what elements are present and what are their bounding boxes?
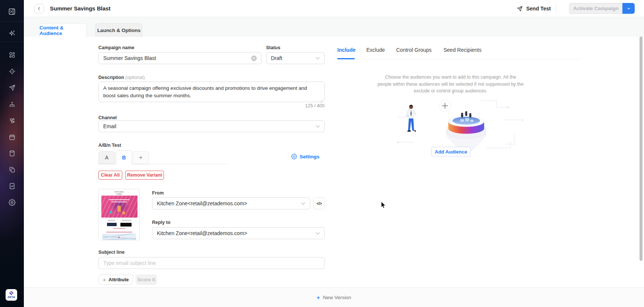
- add-variant-tab[interactable]: +: [133, 151, 149, 164]
- sidebar-item-campaigns[interactable]: [0, 80, 24, 95]
- channel-select[interactable]: Email: [98, 120, 325, 132]
- settings-label: Settings: [300, 154, 319, 159]
- back-button[interactable]: [34, 4, 44, 13]
- variant-tab-b[interactable]: B: [116, 150, 132, 164]
- person-figure: [406, 105, 416, 132]
- audiences-icon: [9, 117, 16, 124]
- zeta-diamond-icon: [9, 291, 13, 295]
- ai-sparkles-icon: [8, 30, 16, 37]
- reply-to-select[interactable]: Kitchen Zone<retail@zetademos.com>: [152, 227, 325, 239]
- send-test-label: Send Test: [526, 6, 551, 12]
- audience-empty-state-text: Choose the audiences you want to add to …: [378, 74, 524, 95]
- collapse-panel-icon: [8, 8, 16, 15]
- send-icon: [9, 84, 16, 91]
- thumb-hero-text: [111, 202, 127, 202]
- sidebar-item-data[interactable]: [0, 146, 24, 160]
- vertical-scrollbar[interactable]: [640, 37, 643, 261]
- calendar-icon: [9, 134, 16, 141]
- copy-icon: [9, 166, 16, 173]
- subject-line-label: Subject line: [98, 250, 124, 255]
- audience-tabbar-border: [337, 59, 581, 60]
- from-label: From: [152, 190, 164, 196]
- paper-plane-icon: [517, 6, 523, 12]
- status-label: Status: [266, 45, 280, 50]
- campaign-name-field[interactable]: ✕: [98, 52, 262, 64]
- description-label-text: Description: [98, 75, 124, 80]
- dashboard-icon: [9, 51, 16, 58]
- sidebar-item-reports[interactable]: [0, 179, 24, 193]
- campaign-name-input[interactable]: [103, 55, 251, 61]
- abn-settings-link[interactable]: Settings: [291, 154, 319, 159]
- page-title: Summer Savings Blast: [50, 5, 111, 12]
- campaign-editor-page: ZETA Summer Savings Blast Send Test Acti…: [0, 0, 644, 307]
- campaign-name-label: Campaign name: [98, 45, 135, 50]
- report-icon: [9, 183, 16, 190]
- chevron-left-icon: [37, 6, 41, 11]
- gear-icon: [9, 199, 16, 206]
- activate-campaign-dropdown[interactable]: [622, 3, 635, 14]
- audience-tab-control-groups[interactable]: Control Groups: [396, 47, 432, 53]
- chevron-down-icon: [301, 202, 305, 205]
- variant-tab-a[interactable]: A: [98, 151, 115, 164]
- gear-icon: [291, 154, 297, 159]
- thumb-brand-logo: KITCHENZONE: [99, 191, 139, 195]
- thumb-label: [108, 220, 115, 221]
- remove-variant-button[interactable]: Remove Variant: [125, 171, 164, 180]
- thumb-person: [117, 206, 121, 212]
- zeta-logo[interactable]: ZETA: [6, 289, 17, 301]
- status-value: Draft: [271, 55, 313, 61]
- tab-content-audience[interactable]: Content & Audience: [39, 23, 87, 37]
- add-audience-button[interactable]: Add Audience: [431, 147, 471, 156]
- clear-input-icon[interactable]: ✕: [251, 56, 257, 61]
- sidebar-item-settings[interactable]: [0, 195, 24, 209]
- edit-code-button[interactable]: </>: [313, 197, 325, 209]
- plus-circle: [439, 100, 451, 112]
- thumb-text-line: [106, 232, 132, 232]
- sidebar-item-dashboard[interactable]: [0, 48, 24, 62]
- description-textarea[interactable]: A seasonal campaign offering exclusive d…: [98, 82, 325, 102]
- audience-tab-exclude[interactable]: Exclude: [366, 47, 385, 53]
- clear-all-button[interactable]: Clear All: [98, 171, 122, 180]
- from-value: Kitchen Zone<retail@zetademos.com>: [157, 200, 298, 206]
- sidebar-item-assets[interactable]: [0, 162, 24, 177]
- top-header: [24, 0, 644, 17]
- plus-icon: +: [317, 294, 320, 301]
- activate-campaign-button[interactable]: Activate Campaign: [569, 3, 622, 14]
- from-select[interactable]: Kitchen Zone<retail@zetademos.com>: [152, 197, 310, 209]
- new-version-label: New Version: [323, 295, 351, 300]
- audience-tab-seed-recipients[interactable]: Seed Recipients: [443, 47, 482, 53]
- chevron-down-icon: [316, 232, 320, 235]
- audience-tab-include[interactable]: Include: [337, 47, 356, 53]
- header-divider: [556, 3, 556, 13]
- add-attribute-button[interactable]: + Attribute: [98, 275, 133, 285]
- thumb-bag: [110, 211, 112, 213]
- thumb-text-line: [113, 228, 126, 229]
- tab-launch-options[interactable]: Launch & Options: [95, 23, 142, 37]
- send-test-button[interactable]: Send Test: [517, 3, 551, 14]
- character-counter: 125 / 400: [98, 103, 325, 108]
- description-optional-hint: (optional): [125, 75, 145, 80]
- sidebar-item-journeys[interactable]: [0, 97, 24, 111]
- thumb-hero-text: [109, 199, 130, 200]
- hierarchy-icon: [9, 101, 16, 108]
- plus-icon: +: [103, 276, 106, 283]
- email-preview-thumbnail[interactable]: KITCHENZONE: [98, 189, 140, 240]
- status-select[interactable]: Draft: [266, 52, 325, 64]
- thumb-map-pin: [118, 237, 120, 238]
- new-version-button[interactable]: + New Version: [317, 294, 351, 301]
- sidebar-item-ai[interactable]: [0, 26, 24, 41]
- sidebar-divider: [0, 42, 24, 42]
- chevron-down-icon: [626, 6, 631, 11]
- abn-test-label: A/B/n Test: [98, 143, 121, 148]
- sidebar-item-goals[interactable]: [0, 64, 24, 78]
- subject-line-field[interactable]: [98, 257, 325, 269]
- description-label: Description (optional): [98, 75, 145, 80]
- score-it-button[interactable]: Score It: [136, 275, 157, 285]
- chevron-down-icon: [316, 57, 320, 60]
- sidebar-item-collapse[interactable]: [0, 4, 24, 19]
- sidebar-item-calendar[interactable]: [0, 130, 24, 144]
- subject-line-input[interactable]: [103, 260, 320, 266]
- thumb-button: [120, 223, 132, 227]
- sidebar-item-audiences[interactable]: [0, 114, 24, 128]
- footer-bar: + New Version: [24, 287, 644, 307]
